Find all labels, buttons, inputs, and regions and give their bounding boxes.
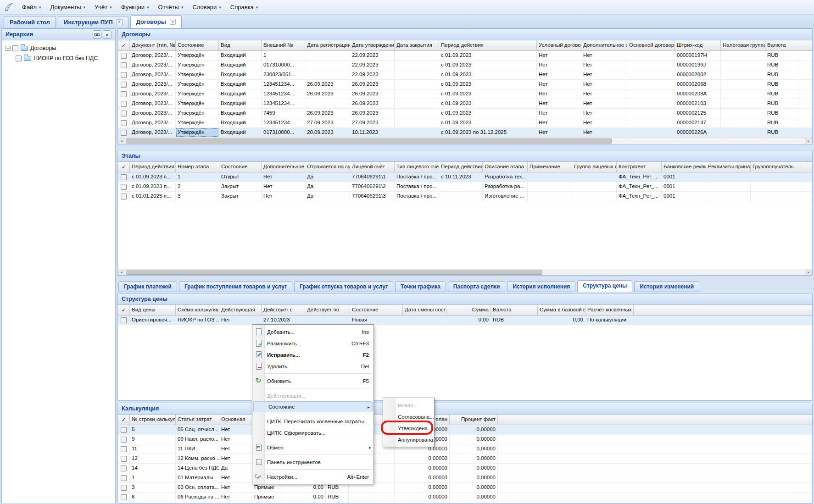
column-header[interactable]: Действует по [305,305,350,315]
menubar-item-3[interactable]: Функции▾ [117,2,154,12]
column-header[interactable]: Лицевой счёт [350,162,395,172]
row-checkbox[interactable] [121,82,127,88]
menubar-item-1[interactable]: Документы▾ [46,2,90,12]
table-row[interactable]: Договор, 2023/...УтверждёнВходящий123451… [118,99,812,109]
table-row[interactable]: 1111 ПКИНет0,000000,00000 [118,444,812,454]
column-header[interactable]: Внешний № [262,40,305,50]
context-menu-item-8[interactable]: Состояние▸ [253,401,373,412]
search-icon[interactable] [93,30,101,39]
table-row[interactable]: Договор, 2023/...УтверждёнВходящий017310… [118,128,812,138]
row-checkbox[interactable] [121,194,127,199]
table-row[interactable]: Договор, 2023/...УтверждёнВходящий745926… [118,109,812,118]
row-checkbox[interactable] [121,62,127,68]
menubar-item-4[interactable]: Отчёты▾ [154,2,188,12]
subtab-7[interactable]: История изменений [634,281,699,292]
menubar-item-5[interactable]: Словари▾ [188,2,225,12]
row-checkbox[interactable] [121,437,127,443]
row-checkbox[interactable] [121,427,127,433]
subtab-4[interactable]: Паспорта сделки [448,281,506,292]
table-row[interactable]: с 01.09.2023 п...1ОткрытНетДа7706406291\… [118,172,812,182]
column-header[interactable]: Валюта [491,305,538,315]
table-row[interactable]: с 01.09.2023 п...2ЗакрытНетДа7706406291\… [118,182,812,192]
row-checkbox[interactable] [121,101,127,107]
table-row[interactable]: Договор, 2023/...УтверждёнВходящий017310… [118,61,812,70]
context-menu-item-5[interactable]: ОбновитьF5 [252,375,374,387]
column-header[interactable]: Валюта [765,40,800,50]
column-header[interactable]: Дата смены состоя [403,305,446,315]
horizontal-scrollbar[interactable]: ◂ ▸ [118,269,812,275]
tab-0[interactable]: Рабочий стол [4,16,56,28]
row-checkbox[interactable] [121,120,127,126]
row-checkbox[interactable] [121,485,127,491]
column-header[interactable]: Период действия.. [130,162,176,172]
column-header[interactable]: Период действия [439,40,537,50]
table-row[interactable]: 1212 Комм. расхо...Нет0,000000,00000 [118,454,812,464]
table-row[interactable]: Договор, 2023/...УтверждёнВходящий123451… [118,89,812,99]
column-header[interactable]: Документ (тип, № [130,40,176,50]
table-row[interactable]: Договор, 2023/...УтверждёнВходящий122.09… [118,51,812,61]
column-header[interactable]: Расчёт косвенных [585,305,634,315]
tab-1[interactable]: Инструкции ПУП× [58,16,128,28]
column-header[interactable]: Дополнительное с [262,162,305,172]
row-checkbox[interactable] [121,184,127,190]
column-header[interactable]: Налоговая группа. [721,40,765,50]
column-header[interactable]: Состояние [176,40,219,50]
scroll-right-icon[interactable]: ▸ [805,138,812,144]
context-menu-item-3[interactable]: УдалитьDel [252,360,374,372]
column-header[interactable]: Состояние [219,162,262,172]
column-header[interactable]: Тип лицевого счёт [395,162,439,172]
row-checkbox[interactable] [121,475,127,481]
column-header[interactable]: Вид [219,40,262,50]
context-menu-item-0[interactable]: Добавить...Ins [252,326,374,338]
table-row[interactable]: Договор, 2023/...УтверждёнВходящий123451… [118,80,812,89]
column-header[interactable]: ✓ [118,162,130,172]
subtab-1[interactable]: График поступления товаров и услуг [179,281,292,292]
column-header[interactable]: Схема калькуляци [176,305,219,315]
column-header[interactable]: Штрих-код [675,40,721,50]
subtab-0[interactable]: График платежей [118,281,177,292]
column-header[interactable]: Грузополучатель [751,162,801,172]
column-header[interactable]: Дополнительное с [581,40,627,50]
column-header[interactable]: Контрагент [617,162,662,172]
state-submenu-item-1[interactable]: Согласована... [383,411,434,422]
table-row[interactable]: 1414 Цена без НДСДа0,000000,00000 [118,464,812,473]
close-icon[interactable]: × [170,19,176,25]
collapse-panel-icon[interactable]: « [103,30,112,39]
row-checkbox[interactable] [121,494,127,500]
column-header[interactable]: ✓ [118,305,130,315]
table-row[interactable]: Договор, 2023/...УтверждёнВходящий123451… [118,118,812,128]
subtab-3[interactable]: Точки графика [395,281,446,292]
column-header[interactable]: Отражается на су [305,162,350,172]
column-header[interactable]: Описание этапа [483,162,528,172]
column-header[interactable]: ✓ [118,40,130,50]
row-checkbox[interactable] [121,174,127,180]
menubar-item-0[interactable]: Файл▾ [17,2,46,12]
horizontal-scrollbar[interactable]: ◂ ▸ [118,138,812,144]
row-checkbox[interactable] [121,446,127,452]
column-header[interactable]: Условный договор [537,40,581,50]
column-header[interactable]: Состояние [350,305,403,315]
menubar-item-6[interactable]: Справка▾ [226,2,263,12]
column-header[interactable]: Сумма [446,305,491,315]
scroll-left-icon[interactable]: ◂ [118,269,125,275]
context-menu-item-1[interactable]: Размножить...Ctrl+F3 [252,338,374,349]
menubar-item-2[interactable]: Учёт▾ [90,2,117,12]
column-header[interactable]: ✓ [118,415,130,425]
column-header[interactable]: Действующая [219,305,262,315]
context-menu-item-10[interactable]: ЦИТК. Пересчитать косвенные затраты... [252,415,374,427]
row-checkbox[interactable] [121,53,127,59]
tree-item-0[interactable]: −Договоры [4,43,113,53]
table-row[interactable] [118,502,812,504]
table-row[interactable]: с 01.01.2025 п...3ЗакрытНетДа7706406291\… [118,192,812,201]
table-row[interactable]: 101 МатериалыНетПрямые0,00RUB0,000000,00… [118,473,812,483]
tree-checkbox[interactable] [12,45,18,51]
tree-checkbox[interactable] [16,55,22,61]
column-header[interactable]: Сумма в базовой в [538,305,585,315]
table-row[interactable]: 505 Соц. отчисл...Нет0,000000,00000 [118,425,812,435]
row-checkbox[interactable] [121,91,127,97]
context-menu-item-17[interactable]: Настройки...Alt+Enter [252,471,374,482]
scroll-left-icon[interactable]: ◂ [118,138,125,144]
column-header[interactable]: Дата регистрации. [305,40,350,50]
subtab-2[interactable]: График отпуска товаров и услуг [294,281,393,292]
tree-item-1[interactable]: НИОКР по ГОЗ без НДС [4,53,113,63]
